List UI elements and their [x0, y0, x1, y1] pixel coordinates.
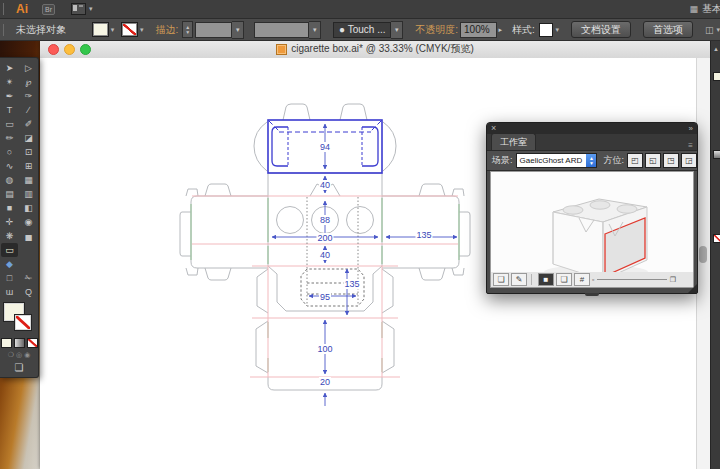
- eyedropper-tool-icon[interactable]: ✛: [0, 215, 19, 229]
- collapsed-panel-dock[interactable]: ▲: [710, 40, 720, 469]
- panel-options-button[interactable]: ◫ ▾: [705, 25, 720, 35]
- arrange-documents-icon: [71, 3, 86, 15]
- perspective-grid-tool-icon[interactable]: ▦: [19, 173, 38, 187]
- dock-gradient-icon[interactable]: [713, 150, 720, 159]
- orientation-left-button[interactable]: ◱: [645, 153, 661, 168]
- solid-view-button[interactable]: ■: [538, 273, 554, 286]
- panel-resize-notch[interactable]: [585, 293, 599, 296]
- edit-preview-button[interactable]: ✎: [511, 273, 527, 286]
- shape-builder-tool-icon[interactable]: ◍: [0, 173, 19, 187]
- draw-modes-row[interactable]: ❍ ◎ ◉: [0, 351, 38, 359]
- blend-tool-icon[interactable]: ◉: [19, 215, 38, 229]
- scale-tool-icon[interactable]: ⊡: [19, 145, 38, 159]
- preferences-button[interactable]: 首选项: [643, 21, 693, 38]
- stepper-icon[interactable]: ▸: [498, 26, 502, 34]
- close-icon[interactable]: ×: [491, 124, 496, 133]
- knife-tool-icon[interactable]: ✁: [19, 271, 38, 285]
- none-button[interactable]: [27, 338, 38, 348]
- pen-tool-icon[interactable]: ✒: [0, 89, 19, 103]
- chevron-down-icon[interactable]: ▾: [309, 21, 321, 39]
- workshop-tab[interactable]: 工作室: [491, 133, 536, 150]
- stroke-link[interactable]: 描边:: [155, 23, 178, 37]
- chevron-down-icon[interactable]: ▾: [111, 26, 115, 34]
- screen-mode-button[interactable]: ❏: [0, 362, 38, 373]
- orientation-front-button[interactable]: ◰: [627, 153, 643, 168]
- scene-dropdown[interactable]: GaelicGhost ARD ▲▼: [516, 153, 598, 168]
- go-to-bridge-button[interactable]: Br: [42, 4, 55, 15]
- dimension-tool-icon[interactable]: ◆: [0, 257, 19, 271]
- free-transform-tool-icon[interactable]: ⊞: [19, 159, 38, 173]
- document-setup-button[interactable]: 文档设置: [571, 21, 631, 38]
- pencil-tool-icon[interactable]: ✏: [0, 131, 19, 145]
- zoom-tool-icon[interactable]: Q: [19, 285, 38, 299]
- style-swatch[interactable]: [539, 23, 554, 37]
- magic-wand-tool-icon[interactable]: ✴: [0, 75, 19, 89]
- wireframe-view-button[interactable]: ❏: [556, 273, 572, 286]
- collapse-icon[interactable]: »: [689, 125, 693, 133]
- gradient-button[interactable]: [14, 338, 25, 348]
- rectangle-tool-icon[interactable]: ▭: [0, 117, 19, 131]
- divider: [531, 274, 532, 285]
- opacity-value[interactable]: 100%: [460, 22, 497, 38]
- scene-stepper-icon[interactable]: ▲▼: [586, 154, 596, 167]
- fill-stroke-indicator[interactable]: [0, 302, 38, 336]
- tools-grid: ➤▷✴℘✒✑T∕▭✐✏◪○⊡∿⊞◍▦▤▥■◧✛◉❋▅▭◆□✁ɯQ: [0, 61, 38, 299]
- stroke-weight-stepper[interactable]: ▲▼: [182, 21, 193, 38]
- workspace-switcher[interactable]: ▦ 基本: [689, 2, 720, 16]
- zoom-slider[interactable]: ▫ ❒: [592, 276, 676, 284]
- slider-track[interactable]: [597, 279, 666, 280]
- symbol-sprayer-tool-icon[interactable]: ❋: [0, 229, 19, 243]
- grid-view-button[interactable]: #: [574, 273, 590, 286]
- variable-width-profile[interactable]: [254, 22, 309, 38]
- orientation-label: 方位:: [603, 154, 624, 167]
- draw-behind-icon[interactable]: ◎: [16, 351, 22, 359]
- swatch-tool-icon[interactable]: ■: [0, 201, 19, 215]
- panel-menu-icon[interactable]: ≡: [688, 141, 693, 150]
- arrange-documents-button[interactable]: ▾: [71, 3, 93, 15]
- artboard-tool-icon[interactable]: ▭: [1, 243, 18, 257]
- hand-tool-icon[interactable]: ɯ: [0, 285, 19, 299]
- fold-preview-button[interactable]: ❏: [493, 273, 509, 286]
- stroke-weight-value[interactable]: [195, 22, 232, 38]
- zoom-in-icon[interactable]: ❒: [670, 276, 676, 284]
- pattern-tool-icon[interactable]: ◧: [19, 201, 38, 215]
- panel-resize-handle[interactable]: [688, 284, 697, 293]
- panel-icon: ◫: [705, 25, 714, 35]
- chevron-down-icon[interactable]: ▾: [555, 26, 559, 34]
- box-3d-preview[interactable]: [490, 171, 694, 283]
- selection-tool-icon[interactable]: ➤: [0, 61, 19, 75]
- chevron-down-icon[interactable]: ▾: [232, 21, 244, 39]
- stroke-none-swatch[interactable]: [121, 22, 138, 37]
- direct-selection-tool-icon[interactable]: ▷: [19, 61, 38, 75]
- stroke-color-swatch[interactable]: [15, 315, 31, 330]
- width-tool-icon[interactable]: ∿: [0, 159, 19, 173]
- color-mode-row: [0, 338, 38, 348]
- fill-swatch[interactable]: [92, 22, 109, 37]
- slice-tool-icon[interactable]: □: [0, 271, 19, 285]
- gradient-tool-icon[interactable]: ▥: [19, 187, 38, 201]
- paintbrush-tool-icon[interactable]: ✐: [19, 117, 38, 131]
- draw-inside-icon[interactable]: ◉: [24, 351, 30, 359]
- mesh-tool-icon[interactable]: ▤: [0, 187, 19, 201]
- line-segment-tool-icon[interactable]: ∕: [19, 103, 38, 117]
- dock-none-icon[interactable]: [713, 234, 720, 243]
- zoom-out-icon[interactable]: ▫: [592, 276, 594, 283]
- application-bar: Ai Br ▾ ▦ 基本: [0, 0, 720, 19]
- type-tool-icon[interactable]: T: [0, 103, 19, 117]
- eraser-tool-icon[interactable]: ◪: [19, 131, 38, 145]
- draw-normal-icon[interactable]: ❍: [8, 351, 14, 359]
- dock-swatch-icon[interactable]: [713, 72, 720, 81]
- chevron-down-icon[interactable]: ▾: [391, 21, 403, 39]
- rotate-tool-icon[interactable]: ○: [0, 145, 19, 159]
- orientation-top-button[interactable]: ◳: [663, 153, 679, 168]
- color-button[interactable]: [1, 338, 12, 348]
- curvature-tool-icon[interactable]: ✑: [19, 89, 38, 103]
- chevron-down-icon[interactable]: ▾: [140, 26, 144, 34]
- graph-tool-icon[interactable]: ▅: [19, 229, 38, 243]
- lasso-tool-icon[interactable]: ℘: [19, 75, 38, 89]
- orientation-right-button[interactable]: ◲: [681, 153, 697, 168]
- opacity-link[interactable]: 不透明度:: [415, 23, 458, 37]
- dock-collapse-icon[interactable]: ▲: [713, 46, 720, 53]
- brush-definition-dropdown[interactable]: ● Touch ...: [333, 22, 391, 38]
- bar-grip: [3, 24, 4, 36]
